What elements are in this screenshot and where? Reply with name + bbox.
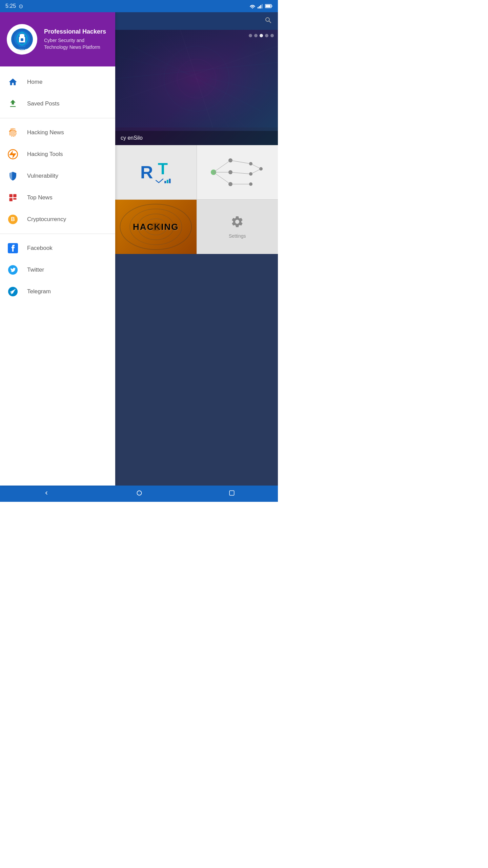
- back-button[interactable]: [40, 487, 53, 501]
- svg-rect-14: [9, 198, 13, 201]
- menu-section-social: Facebook Twitter: [0, 235, 115, 304]
- status-left: 5:25 ⊙: [5, 3, 23, 9]
- telegram-icon: [7, 285, 19, 298]
- svg-rect-3: [262, 4, 263, 8]
- vulnerability-label: Vulnerability: [27, 173, 58, 179]
- slider-dot-3[interactable]: [260, 34, 263, 37]
- svg-rect-2: [260, 5, 261, 8]
- shield-icon: [7, 170, 19, 182]
- svg-rect-15: [13, 198, 16, 200]
- svg-rect-5: [272, 5, 272, 7]
- menu-section-main: Home Saved Posts: [0, 69, 115, 117]
- home-icon: [7, 76, 19, 88]
- svg-point-54: [150, 223, 162, 231]
- slider-dot-5[interactable]: [270, 34, 274, 37]
- sidebar-header: PROFESSIONAL HACKERS ON SECURITY Profess…: [0, 12, 115, 66]
- sidebar-item-saved-posts[interactable]: Saved Posts: [0, 93, 115, 115]
- cryptocurrency-label: Cryptocurrency: [27, 216, 66, 223]
- flash-icon: [7, 148, 19, 160]
- fingerprint-icon: [7, 126, 19, 139]
- network-background: [115, 30, 278, 127]
- search-button[interactable]: [264, 16, 272, 26]
- svg-line-44: [214, 172, 230, 184]
- slider-caption: cy enSilo: [115, 131, 278, 145]
- main-container: PROFESSIONAL HACKERS ON SECURITY Profess…: [0, 12, 278, 486]
- svg-rect-56: [229, 491, 234, 495]
- settings-label: Settings: [229, 233, 246, 239]
- slider-dot-2[interactable]: [254, 34, 258, 37]
- svg-rect-6: [266, 5, 271, 7]
- bitcoin-icon: B: [7, 213, 19, 225]
- settings-graphic: Settings: [197, 200, 278, 254]
- slider-dots: [249, 34, 274, 37]
- notification-icon: ⊙: [19, 3, 23, 9]
- nav-bar: [0, 486, 278, 502]
- sidebar-item-hacking-news[interactable]: Hacking News: [0, 122, 115, 143]
- checkmark-bar-icon: [155, 177, 171, 184]
- content-grid: R T: [115, 145, 278, 254]
- app-subtitle: Cyber Security and Technology News Platf…: [44, 37, 108, 51]
- hack-graphic: HACKING: [115, 200, 197, 254]
- svg-rect-32: [166, 180, 168, 183]
- svg-point-55: [137, 491, 141, 495]
- wifi-icon: [249, 4, 256, 8]
- download-icon: [7, 98, 19, 110]
- svg-rect-31: [164, 181, 166, 183]
- slider-dot-4[interactable]: [265, 34, 268, 37]
- signal-icon: [258, 4, 263, 8]
- sidebar-item-hacking-tools[interactable]: Hacking Tools: [0, 143, 115, 165]
- svg-text:B: B: [11, 216, 15, 222]
- search-icon: [264, 16, 272, 24]
- grid-icon: [7, 192, 19, 204]
- home-button[interactable]: [133, 487, 145, 501]
- sidebar-item-telegram[interactable]: Telegram: [0, 281, 115, 302]
- sidebar-item-home[interactable]: Home: [0, 71, 115, 93]
- card-hacking[interactable]: HACKING: [115, 200, 197, 254]
- app-logo: PROFESSIONAL HACKERS ON SECURITY: [7, 24, 37, 55]
- sidebar-item-twitter[interactable]: Twitter: [0, 259, 115, 281]
- svg-line-46: [230, 172, 251, 174]
- battery-icon: [265, 4, 272, 8]
- twitter-label: Twitter: [27, 267, 44, 273]
- sidebar-menu: Home Saved Posts: [0, 66, 115, 486]
- content-topbar: [115, 12, 278, 30]
- svg-rect-13: [13, 194, 16, 197]
- twitter-icon: [7, 264, 19, 276]
- svg-line-42: [214, 160, 230, 172]
- recents-button[interactable]: [226, 487, 238, 500]
- app-name: Professional Hackers: [44, 28, 108, 35]
- facebook-label: Facebook: [27, 245, 53, 252]
- hacking-news-label: Hacking News: [27, 129, 64, 136]
- sidebar-item-cryptocurrency[interactable]: B Cryptocurrency: [0, 209, 115, 230]
- sidebar: PROFESSIONAL HACKERS ON SECURITY Profess…: [0, 12, 115, 486]
- time-display: 5:25: [5, 3, 16, 9]
- content-slider: cy enSilo: [115, 30, 278, 145]
- svg-line-45: [230, 160, 251, 164]
- rt-logo-graphic: R T: [140, 161, 171, 184]
- status-bar: 5:25 ⊙: [0, 0, 278, 12]
- card-settings[interactable]: Settings: [197, 200, 278, 254]
- menu-section-categories: Hacking News Hacking Tools: [0, 120, 115, 232]
- gear-icon: [230, 215, 244, 231]
- logo-svg: PROFESSIONAL HACKERS ON SECURITY: [10, 27, 34, 51]
- svg-line-49: [251, 169, 261, 174]
- slider-dot-1[interactable]: [249, 34, 252, 37]
- sidebar-item-facebook[interactable]: Facebook: [0, 237, 115, 259]
- menu-divider-2: [0, 234, 115, 234]
- telegram-label: Telegram: [27, 288, 51, 295]
- diagram-graphic: [197, 145, 278, 199]
- svg-line-48: [251, 164, 261, 169]
- sidebar-item-vulnerability[interactable]: Vulnerability: [0, 165, 115, 187]
- network-diagram-svg: [203, 150, 271, 194]
- saved-posts-label: Saved Posts: [27, 100, 59, 107]
- card-rt-logo[interactable]: R T: [115, 145, 197, 199]
- app-title-block: Professional Hackers Cyber Security and …: [44, 28, 108, 51]
- status-right: [249, 4, 272, 8]
- svg-text:ON SECURITY: ON SECURITY: [17, 51, 27, 51]
- content-panel: cy enSilo R T: [115, 12, 278, 486]
- svg-rect-8: [21, 38, 23, 41]
- facebook-icon: [7, 242, 19, 254]
- card-diagram[interactable]: [197, 145, 278, 199]
- home-label: Home: [27, 79, 42, 85]
- sidebar-item-top-news[interactable]: Top News: [0, 187, 115, 209]
